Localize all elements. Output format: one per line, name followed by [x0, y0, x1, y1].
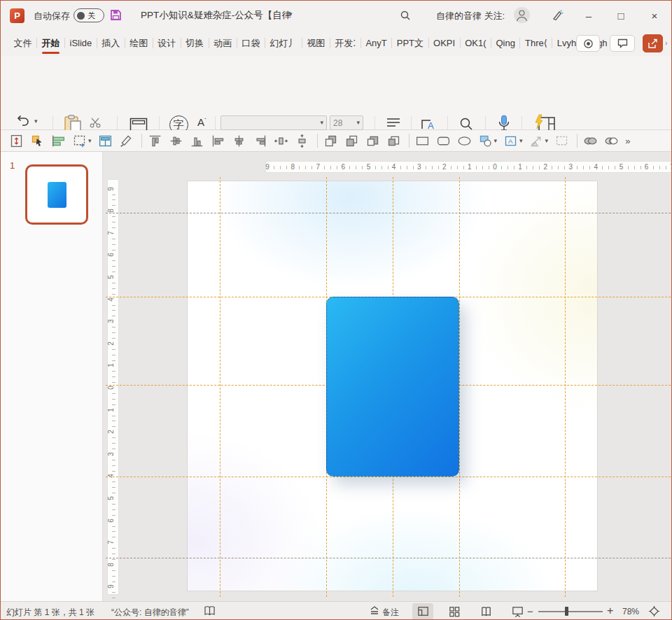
distribute-horizontal-icon[interactable] — [274, 134, 288, 148]
tab-开发⁚[interactable]: 开发⁚ — [330, 30, 360, 56]
align-bottom-icon[interactable] — [190, 134, 204, 148]
arrange-shape-icon[interactable]: ▾ — [529, 134, 549, 148]
tab-切换[interactable]: 切换 — [181, 30, 209, 56]
slide-info[interactable]: 幻灯片 第 1 张，共 1 张 — [6, 607, 94, 619]
tab-Qing[interactable]: Qing — [491, 30, 519, 56]
account-label[interactable]: 自律的音律 关注: — [436, 10, 505, 22]
slideshow-button[interactable] — [507, 603, 528, 620]
autosave-state: 关 — [88, 10, 95, 21]
font-name-combo[interactable]: ▾ — [220, 115, 327, 130]
distribute-rows-icon[interactable] — [9, 134, 24, 148]
fit-to-window-icon[interactable] — [648, 605, 660, 619]
slide-sorter-button[interactable] — [444, 603, 465, 620]
bring-to-front-icon[interactable] — [323, 134, 338, 148]
v-ruler-number: 1 — [107, 408, 115, 412]
notes-icon[interactable] — [369, 605, 380, 619]
spellcheck-book-icon[interactable] — [204, 605, 216, 619]
tab-视图[interactable]: 视图 — [302, 30, 330, 56]
ellipse-shape-icon[interactable] — [457, 134, 472, 148]
document-title[interactable]: PPT小知识&疑难杂症-公众号【自律... — [141, 9, 291, 22]
h-ruler-number: 9 — [265, 163, 270, 171]
toolbar-separator — [141, 134, 142, 148]
powerpoint-logo-icon[interactable]: P — [10, 8, 24, 23]
align-top-icon[interactable] — [148, 134, 162, 148]
align-middle-icon[interactable] — [169, 134, 183, 148]
record-button[interactable] — [576, 35, 600, 52]
toolbar-separator — [317, 134, 318, 148]
maximize-button[interactable]: □ — [606, 1, 636, 30]
selected-shape[interactable] — [326, 297, 459, 477]
send-to-back-icon[interactable] — [344, 134, 359, 148]
shapes-gallery-icon[interactable]: ▾ — [478, 134, 498, 148]
tab-OKPI[interactable]: OKPI — [429, 30, 460, 56]
align-right-icon[interactable] — [253, 134, 267, 148]
combine-shapes-icon[interactable] — [604, 134, 619, 148]
tab-文件[interactable]: 文件 — [9, 30, 36, 56]
grow-font-icon[interactable]: Aˆ — [197, 116, 206, 128]
tab-动画[interactable]: 动画 — [209, 30, 237, 56]
tab-绘图[interactable]: 绘图 — [125, 30, 153, 56]
zoom-value[interactable]: 78% — [622, 607, 639, 617]
tab-插入[interactable]: 插入 — [97, 30, 125, 56]
close-button[interactable]: × — [639, 1, 670, 30]
autosave-toggle[interactable]: 关 — [74, 8, 104, 22]
text-box-icon[interactable]: A▾ — [503, 134, 523, 148]
insert-placeholder-icon[interactable]: ▾ — [72, 134, 92, 148]
comments-button[interactable] — [610, 35, 635, 52]
vertical-guide[interactable] — [459, 177, 460, 597]
save-icon[interactable] — [110, 9, 122, 24]
distribute-vertical-icon[interactable] — [295, 134, 309, 148]
bring-forward-icon[interactable] — [365, 134, 380, 148]
h-ruler-number: 0 — [493, 163, 497, 171]
cut-icon[interactable] — [90, 118, 102, 131]
zoom-out-button[interactable]: − — [527, 605, 533, 617]
align-center-icon[interactable] — [232, 134, 246, 148]
v-ruler-number: 6 — [107, 519, 115, 523]
rectangle-shape-icon[interactable] — [415, 134, 430, 148]
h-ruler-number: 3 — [569, 163, 573, 171]
v-ruler-number: 8 — [107, 563, 115, 567]
align-table-icon[interactable] — [51, 134, 66, 148]
align-left-icon[interactable] — [211, 134, 225, 148]
selection-marquee-icon[interactable] — [554, 134, 569, 148]
send-backward-icon[interactable] — [386, 134, 401, 148]
zoom-slider-track[interactable] — [538, 611, 603, 612]
merge-shapes-icon[interactable] — [583, 134, 598, 148]
search-icon[interactable] — [400, 10, 411, 24]
tab-口袋[interactable]: 口袋 — [237, 30, 265, 56]
horizontal-guide[interactable] — [106, 213, 672, 213]
slide-thumbnail[interactable] — [25, 164, 88, 225]
format-painter-icon[interactable] — [119, 134, 134, 148]
undo-icon[interactable] — [16, 115, 30, 129]
title-dropdown-icon[interactable]: ▾ — [289, 11, 293, 17]
overflow-icon[interactable]: » — [625, 136, 630, 146]
zoom-in-button[interactable]: + — [607, 605, 613, 617]
minimize-button[interactable]: – — [573, 1, 604, 30]
tab-PPT文[interactable]: PPT文 — [392, 30, 428, 56]
font-size-combo[interactable]: 28 ▾ — [330, 115, 363, 130]
vertical-guide[interactable] — [220, 177, 220, 597]
horizontal-guide[interactable] — [106, 558, 672, 558]
tab-幻灯丿[interactable]: 幻灯丿 — [265, 30, 302, 56]
rounded-rectangle-shape-icon[interactable] — [436, 134, 451, 148]
horizontal-guide[interactable] — [106, 477, 672, 477]
more-options-icon[interactable]: › — [665, 39, 667, 47]
tab-Thre⟨[interactable]: Thre⟨ — [520, 30, 552, 56]
tab-开始[interactable]: 开始 — [37, 30, 64, 56]
reading-view-button[interactable] — [475, 603, 496, 620]
layout-table-icon[interactable] — [98, 134, 113, 148]
notes-label[interactable]: 备注 — [382, 607, 399, 619]
undo-dropdown-icon[interactable]: ▾ — [34, 118, 38, 125]
vertical-guide[interactable] — [565, 177, 566, 597]
design-wand-icon[interactable] — [551, 9, 564, 24]
tab-iSlide[interactable]: iSlide — [65, 30, 97, 56]
zoom-slider-thumb[interactable] — [565, 607, 568, 616]
tab-设计[interactable]: 设计 — [153, 30, 181, 56]
share-button[interactable] — [643, 34, 663, 52]
select-object-icon[interactable] — [30, 134, 45, 148]
normal-view-button[interactable] — [412, 603, 433, 620]
status-bar: 幻灯片 第 1 张，共 1 张 “公众号: 自律的音律” 备注 − + 78% — [1, 601, 672, 620]
tab-AnyT[interactable]: AnyT — [361, 30, 391, 56]
avatar[interactable] — [514, 7, 530, 23]
tab-OK1([interactable]: OK1( — [461, 30, 491, 56]
